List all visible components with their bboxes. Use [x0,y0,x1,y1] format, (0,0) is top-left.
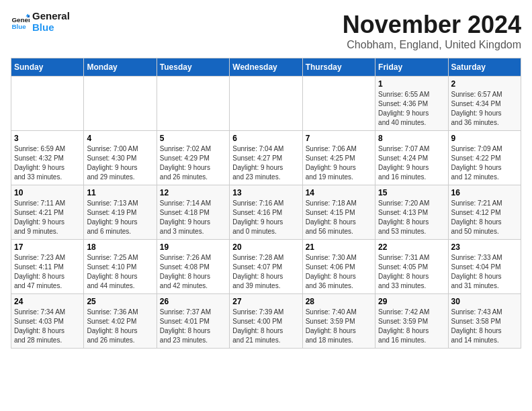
day-info: Sunrise: 7:26 AM Sunset: 4:08 PM Dayligh… [160,253,226,291]
calendar-cell: 22Sunrise: 7:31 AM Sunset: 4:05 PM Dayli… [375,240,448,294]
calendar-cell [230,77,302,131]
calendar-cell: 26Sunrise: 7:37 AM Sunset: 4:01 PM Dayli… [157,294,229,349]
calendar-cell [157,77,229,131]
day-number: 18 [87,242,153,252]
day-info: Sunrise: 7:04 AM Sunset: 4:27 PM Dayligh… [232,144,299,182]
day-info: Sunrise: 7:11 AM Sunset: 4:21 PM Dayligh… [14,199,81,236]
day-number: 30 [451,297,518,306]
logo: General Blue General Blue [11,11,70,33]
calendar-cell: 20Sunrise: 7:28 AM Sunset: 4:07 PM Dayli… [230,240,302,294]
calendar-cell: 16Sunrise: 7:21 AM Sunset: 4:12 PM Dayli… [448,185,521,240]
day-info: Sunrise: 7:43 AM Sunset: 3:58 PM Dayligh… [451,308,518,345]
day-info: Sunrise: 7:18 AM Sunset: 4:15 PM Dayligh… [306,199,372,236]
calendar-cell: 6Sunrise: 7:04 AM Sunset: 4:27 PM Daylig… [230,131,302,185]
calendar-cell: 2Sunrise: 6:57 AM Sunset: 4:34 PM Daylig… [448,77,521,131]
day-number: 16 [451,188,518,197]
calendar-cell: 8Sunrise: 7:07 AM Sunset: 4:24 PM Daylig… [375,131,448,185]
calendar-cell: 18Sunrise: 7:25 AM Sunset: 4:10 PM Dayli… [84,240,157,294]
day-number: 20 [232,242,299,252]
day-number: 27 [232,297,299,306]
column-header-thursday: Thursday [302,58,375,77]
svg-text:Blue: Blue [11,22,26,30]
logo-icon: General Blue [11,13,30,32]
week-row-1: 1Sunrise: 6:55 AM Sunset: 4:36 PM Daylig… [11,77,521,131]
day-number: 25 [87,297,153,306]
calendar-cell: 13Sunrise: 7:16 AM Sunset: 4:16 PM Dayli… [230,185,302,240]
day-info: Sunrise: 7:30 AM Sunset: 4:06 PM Dayligh… [306,253,372,291]
day-info: Sunrise: 7:37 AM Sunset: 4:01 PM Dayligh… [160,308,226,345]
day-info: Sunrise: 7:33 AM Sunset: 4:04 PM Dayligh… [451,253,518,291]
calendar-body: 1Sunrise: 6:55 AM Sunset: 4:36 PM Daylig… [11,77,521,349]
day-info: Sunrise: 6:59 AM Sunset: 4:32 PM Dayligh… [14,144,81,182]
day-info: Sunrise: 7:42 AM Sunset: 3:59 PM Dayligh… [378,308,445,345]
calendar-cell: 5Sunrise: 7:02 AM Sunset: 4:29 PM Daylig… [157,131,229,185]
calendar-cell: 19Sunrise: 7:26 AM Sunset: 4:08 PM Dayli… [157,240,229,294]
day-info: Sunrise: 7:39 AM Sunset: 4:00 PM Dayligh… [232,308,299,345]
day-info: Sunrise: 7:20 AM Sunset: 4:13 PM Dayligh… [378,199,445,236]
calendar-cell: 3Sunrise: 6:59 AM Sunset: 4:32 PM Daylig… [11,131,84,185]
day-info: Sunrise: 7:09 AM Sunset: 4:22 PM Dayligh… [451,144,518,182]
calendar-cell: 21Sunrise: 7:30 AM Sunset: 4:06 PM Dayli… [302,240,375,294]
day-number: 19 [160,242,226,252]
column-header-saturday: Saturday [448,58,521,77]
day-number: 8 [378,134,445,143]
calendar-cell: 9Sunrise: 7:09 AM Sunset: 4:22 PM Daylig… [448,131,521,185]
calendar-table: SundayMondayTuesdayWednesdayThursdayFrid… [11,58,521,349]
day-number: 13 [232,188,299,197]
calendar-cell: 10Sunrise: 7:11 AM Sunset: 4:21 PM Dayli… [11,185,84,240]
calendar-cell: 12Sunrise: 7:14 AM Sunset: 4:18 PM Dayli… [157,185,229,240]
day-number: 28 [306,297,372,306]
calendar-cell: 27Sunrise: 7:39 AM Sunset: 4:00 PM Dayli… [230,294,302,349]
day-number: 29 [378,297,445,306]
day-number: 6 [232,134,299,143]
calendar-header-row: SundayMondayTuesdayWednesdayThursdayFrid… [11,58,521,77]
day-number: 22 [378,242,445,252]
day-number: 24 [14,297,81,306]
week-row-3: 10Sunrise: 7:11 AM Sunset: 4:21 PM Dayli… [11,185,521,240]
day-info: Sunrise: 7:00 AM Sunset: 4:30 PM Dayligh… [87,144,153,182]
day-info: Sunrise: 7:25 AM Sunset: 4:10 PM Dayligh… [87,253,153,291]
calendar-cell: 1Sunrise: 6:55 AM Sunset: 4:36 PM Daylig… [375,77,448,131]
calendar-cell: 17Sunrise: 7:23 AM Sunset: 4:11 PM Dayli… [11,240,84,294]
header: General Blue General Blue November 2024 … [11,11,521,51]
day-info: Sunrise: 7:23 AM Sunset: 4:11 PM Dayligh… [14,253,81,291]
day-info: Sunrise: 7:28 AM Sunset: 4:07 PM Dayligh… [232,253,299,291]
day-number: 21 [306,242,372,252]
day-number: 12 [160,188,226,197]
calendar-cell: 30Sunrise: 7:43 AM Sunset: 3:58 PM Dayli… [448,294,521,349]
calendar-cell: 29Sunrise: 7:42 AM Sunset: 3:59 PM Dayli… [375,294,448,349]
week-row-4: 17Sunrise: 7:23 AM Sunset: 4:11 PM Dayli… [11,240,521,294]
calendar-cell: 15Sunrise: 7:20 AM Sunset: 4:13 PM Dayli… [375,185,448,240]
day-info: Sunrise: 7:36 AM Sunset: 4:02 PM Dayligh… [87,308,153,345]
calendar-cell: 4Sunrise: 7:00 AM Sunset: 4:30 PM Daylig… [84,131,157,185]
column-header-wednesday: Wednesday [230,58,302,77]
week-row-2: 3Sunrise: 6:59 AM Sunset: 4:32 PM Daylig… [11,131,521,185]
column-header-tuesday: Tuesday [157,58,229,77]
day-info: Sunrise: 7:16 AM Sunset: 4:16 PM Dayligh… [232,199,299,236]
day-number: 23 [451,242,518,252]
day-number: 17 [14,242,81,252]
calendar-cell: 11Sunrise: 7:13 AM Sunset: 4:19 PM Dayli… [84,185,157,240]
page-title: November 2024 [343,11,521,39]
calendar-cell: 23Sunrise: 7:33 AM Sunset: 4:04 PM Dayli… [448,240,521,294]
day-number: 10 [14,188,81,197]
calendar-cell: 7Sunrise: 7:06 AM Sunset: 4:25 PM Daylig… [302,131,375,185]
calendar-cell: 28Sunrise: 7:40 AM Sunset: 3:59 PM Dayli… [302,294,375,349]
column-header-monday: Monday [84,58,157,77]
day-number: 15 [378,188,445,197]
day-number: 11 [87,188,153,197]
logo-blue: Blue [32,22,70,34]
day-number: 7 [306,134,372,143]
calendar-cell [302,77,375,131]
day-info: Sunrise: 7:07 AM Sunset: 4:24 PM Dayligh… [378,144,445,182]
day-info: Sunrise: 7:14 AM Sunset: 4:18 PM Dayligh… [160,199,226,236]
day-info: Sunrise: 6:55 AM Sunset: 4:36 PM Dayligh… [378,90,445,128]
week-row-5: 24Sunrise: 7:34 AM Sunset: 4:03 PM Dayli… [11,294,521,349]
day-number: 14 [306,188,372,197]
day-number: 2 [451,79,518,89]
calendar-cell [11,77,84,131]
day-info: Sunrise: 6:57 AM Sunset: 4:34 PM Dayligh… [451,90,518,128]
day-info: Sunrise: 7:06 AM Sunset: 4:25 PM Dayligh… [306,144,372,182]
calendar-cell: 25Sunrise: 7:36 AM Sunset: 4:02 PM Dayli… [84,294,157,349]
day-number: 9 [451,134,518,143]
